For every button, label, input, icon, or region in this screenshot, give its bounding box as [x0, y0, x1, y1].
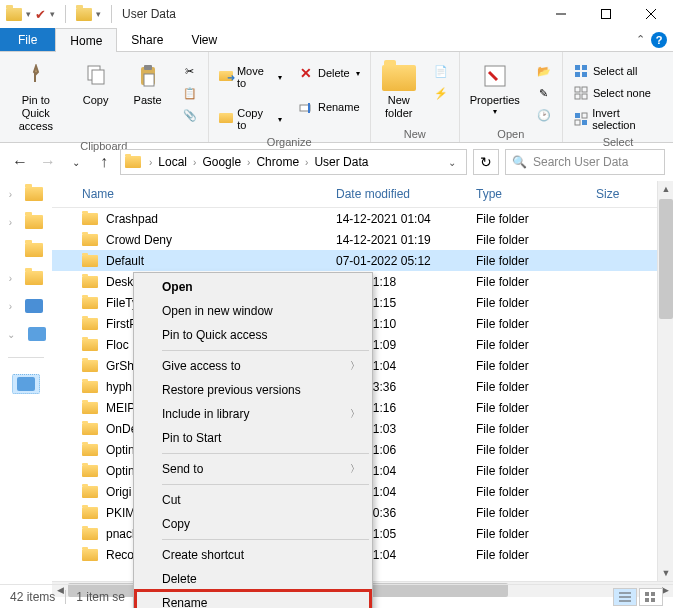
breadcrumb[interactable]: Chrome: [254, 155, 301, 169]
recent-dropdown-icon[interactable]: ⌄: [64, 150, 88, 174]
group-select: Select all Select none Invert selection …: [563, 52, 673, 142]
svg-rect-18: [575, 94, 580, 99]
scroll-thumb[interactable]: [659, 199, 673, 319]
tree-drive-icon[interactable]: [17, 377, 35, 391]
file-date: 07-01-2022 05:12: [336, 254, 476, 268]
move-to-button[interactable]: ➜ Move to▾: [215, 62, 286, 92]
minimize-button[interactable]: [538, 0, 583, 28]
cut-button[interactable]: ✂: [178, 60, 202, 82]
help-icon[interactable]: ?: [651, 32, 667, 48]
new-item-button[interactable]: 📄: [429, 60, 453, 82]
history-button[interactable]: 🕑: [532, 104, 556, 126]
svg-rect-12: [575, 65, 580, 70]
up-button[interactable]: ↑: [92, 150, 116, 174]
pin-quick-access-button[interactable]: Pin to Quick access: [6, 56, 66, 138]
ctx-send-to[interactable]: Send to〉: [136, 457, 370, 481]
invert-selection-button[interactable]: Invert selection: [569, 104, 667, 134]
tree-folder-icon[interactable]: [25, 243, 43, 257]
address-bar[interactable]: › Local › Google › Chrome › User Data ⌄: [120, 149, 467, 175]
search-icon: 🔍: [512, 155, 527, 169]
qat-dropdown-icon[interactable]: ▾: [26, 9, 31, 19]
scroll-up-icon[interactable]: ▲: [658, 181, 673, 197]
tab-home[interactable]: Home: [55, 28, 117, 52]
tab-share[interactable]: Share: [117, 28, 177, 51]
breadcrumb[interactable]: User Data: [312, 155, 370, 169]
folder-icon: [82, 234, 98, 246]
col-name[interactable]: Name: [82, 187, 336, 201]
edit-button[interactable]: ✎: [532, 82, 556, 104]
view-icons-button[interactable]: [639, 588, 663, 606]
chevron-right-icon[interactable]: ›: [301, 157, 312, 168]
new-folder-button[interactable]: New folder: [377, 56, 421, 124]
table-row[interactable]: Crashpad 14-12-2021 01:04 File folder: [52, 208, 673, 229]
file-date: 14-12-2021 01:04: [336, 212, 476, 226]
tree-folder-icon[interactable]: [25, 187, 43, 201]
back-button[interactable]: ←: [8, 150, 32, 174]
rename-button[interactable]: Rename: [294, 96, 364, 118]
tree-folder-icon[interactable]: [25, 215, 43, 229]
ctx-pin-start[interactable]: Pin to Start: [136, 426, 370, 450]
ctx-open-new-window[interactable]: Open in new window: [136, 299, 370, 323]
ctx-pin-quick-access[interactable]: Pin to Quick access: [136, 323, 370, 347]
tab-view[interactable]: View: [177, 28, 231, 51]
chevron-right-icon[interactable]: ›: [189, 157, 200, 168]
chevron-right-icon[interactable]: ›: [145, 157, 156, 168]
col-date[interactable]: Date modified: [336, 187, 476, 201]
ctx-give-access[interactable]: Give access to〉: [136, 354, 370, 378]
folder-icon: [82, 549, 98, 561]
ctx-create-shortcut[interactable]: Create shortcut: [136, 543, 370, 567]
paste-shortcut-button[interactable]: 📎: [178, 104, 202, 126]
ctx-restore-versions[interactable]: Restore previous versions: [136, 378, 370, 402]
address-dropdown-icon[interactable]: ⌄: [442, 157, 462, 168]
file-type: File folder: [476, 506, 596, 520]
ctx-include-library[interactable]: Include in library〉: [136, 402, 370, 426]
ctx-delete[interactable]: Delete: [136, 567, 370, 591]
tree-onedrive-icon[interactable]: [25, 299, 43, 313]
tree-folder-icon[interactable]: [25, 271, 43, 285]
nav-tree[interactable]: › › › › › ⌄: [0, 181, 52, 581]
table-row[interactable]: Default 07-01-2022 05:12 File folder: [52, 250, 673, 271]
file-name: Crowd Deny: [106, 233, 336, 247]
collapse-ribbon-icon[interactable]: ⌃: [636, 33, 645, 46]
refresh-button[interactable]: ↻: [473, 149, 499, 175]
folder-icon: [82, 507, 98, 519]
table-row[interactable]: Crowd Deny 14-12-2021 01:19 File folder: [52, 229, 673, 250]
qat-dropdown2-icon[interactable]: ▾: [50, 9, 55, 19]
forward-button[interactable]: →: [36, 150, 60, 174]
close-button[interactable]: [628, 0, 673, 28]
qat-dropdown3-icon[interactable]: ▾: [96, 9, 101, 19]
group-organize: ➜ Move to▾ Copy to▾ ✕ Delete▾ Rename: [209, 52, 371, 142]
maximize-button[interactable]: [583, 0, 628, 28]
scroll-down-icon[interactable]: ▼: [658, 565, 673, 581]
copy-path-button[interactable]: 📋: [178, 82, 202, 104]
tab-file[interactable]: File: [0, 28, 55, 51]
easy-access-button[interactable]: ⚡: [429, 82, 453, 104]
breadcrumb[interactable]: Google: [200, 155, 243, 169]
file-type: File folder: [476, 338, 596, 352]
paste-button[interactable]: Paste: [126, 56, 170, 111]
ctx-cut[interactable]: Cut: [136, 488, 370, 512]
svg-rect-13: [582, 65, 587, 70]
col-size[interactable]: Size: [596, 187, 656, 201]
ctx-open[interactable]: Open: [136, 275, 370, 299]
svg-rect-10: [308, 103, 310, 113]
svg-rect-27: [645, 592, 649, 596]
chevron-right-icon[interactable]: ›: [243, 157, 254, 168]
search-input[interactable]: 🔍 Search User Data: [505, 149, 665, 175]
select-all-button[interactable]: Select all: [569, 60, 667, 82]
ctx-rename[interactable]: Rename: [136, 591, 370, 608]
status-count: 42 items: [10, 590, 55, 604]
col-type[interactable]: Type: [476, 187, 596, 201]
copy-button[interactable]: Copy: [74, 56, 118, 111]
tree-pc-icon[interactable]: [28, 327, 46, 341]
view-details-button[interactable]: [613, 588, 637, 606]
delete-button[interactable]: ✕ Delete▾: [294, 62, 364, 84]
select-none-button[interactable]: Select none: [569, 82, 667, 104]
open-button[interactable]: 📂: [532, 60, 556, 82]
breadcrumb[interactable]: Local: [156, 155, 189, 169]
qat-check-icon[interactable]: ✔: [35, 7, 46, 22]
properties-button[interactable]: Properties ▾: [466, 56, 524, 120]
vertical-scrollbar[interactable]: ▲ ▼: [657, 181, 673, 581]
copy-to-button[interactable]: Copy to▾: [215, 104, 286, 134]
ctx-copy[interactable]: Copy: [136, 512, 370, 536]
